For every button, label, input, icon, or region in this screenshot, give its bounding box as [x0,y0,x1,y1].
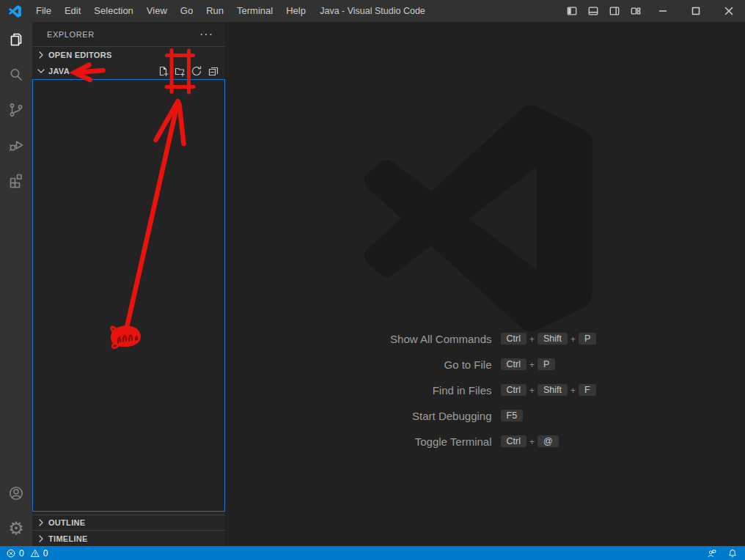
menu-edit[interactable]: Edit [58,0,87,22]
shortcut-row: Show All Commands Ctrl + Shift + P [225,331,745,347]
editor-area: Show All Commands Ctrl + Shift + P Go to… [225,22,745,546]
key-chip: Ctrl [501,384,526,397]
shortcut-row: Toggle Terminal Ctrl + @ [225,434,745,449]
layout-customize-icon[interactable] [625,0,646,22]
sidebar-title: EXPLORER [47,30,95,39]
warning-count: 0 [43,548,48,559]
plus-separator: + [529,360,535,370]
shortcut-row: Find in Files Ctrl + Shift + F [225,383,745,398]
explorer-toolbar [157,65,219,77]
section-java[interactable]: JAVA [32,63,225,79]
extensions-icon[interactable] [0,163,32,198]
bell-icon[interactable] [727,548,738,559]
chevron-right-icon [35,517,47,528]
more-actions-icon[interactable]: ··· [194,29,219,40]
refresh-icon[interactable] [191,65,202,77]
explorer-tree-empty[interactable] [32,79,225,512]
vscode-window: File Edit Selection View Go Run Terminal… [0,0,745,560]
shortcut-label: Toggle Terminal [294,435,492,448]
keyboard-shortcut-hints: Show All Commands Ctrl + Shift + P Go to… [225,331,745,460]
titlebar: File Edit Selection View Go Run Terminal… [0,0,745,22]
section-outline[interactable]: OUTLINE [32,515,225,530]
section-timeline-label: TIMELINE [48,534,88,543]
layout-panel-icon[interactable] [582,0,603,22]
activity-bar-bottom: ⚙ [0,476,32,546]
accounts-icon[interactable] [0,476,32,511]
minimize-icon[interactable] [646,0,679,22]
error-count: 0 [19,548,24,559]
problems-status[interactable]: 0 0 [6,548,48,559]
collapse-folders-icon[interactable] [208,65,219,77]
window-controls [561,0,745,22]
plus-separator: + [570,386,576,396]
shortcut-keys: Ctrl + @ [501,435,677,448]
key-chip: Shift [537,333,568,345]
menu-terminal[interactable]: Terminal [230,0,279,22]
menu-file[interactable]: File [29,0,58,22]
status-bar: 0 0 [0,546,745,560]
window-title: Java - Visual Studio Code [320,6,425,16]
search-icon[interactable] [0,57,32,92]
layout-sidebar-left-icon[interactable] [561,0,582,22]
key-chip: @ [537,435,559,448]
section-timeline[interactable]: TIMELINE [32,530,225,546]
menu-help[interactable]: Help [279,0,312,22]
plus-separator: + [529,334,535,345]
shortcut-label: Go to File [294,358,492,371]
shortcut-row: Start Debugging F5 [225,408,745,424]
settings-gear-icon[interactable]: ⚙ [0,511,32,546]
errors-icon [6,548,16,559]
new-folder-icon[interactable] [174,65,186,77]
chevron-down-icon [35,65,47,77]
shortcut-keys: F5 [501,410,677,422]
menu-go[interactable]: Go [174,0,199,22]
new-file-icon[interactable] [157,65,169,77]
key-chip: Ctrl [501,435,526,448]
shortcut-keys: Ctrl + P [501,358,677,371]
vscode-watermark-logo [363,103,595,334]
shortcut-keys: Ctrl + Shift + P [501,333,677,345]
chevron-right-icon [35,49,47,61]
shortcut-label: Start Debugging [294,410,492,422]
key-chip: P [537,358,555,371]
explorer-sidebar: EXPLORER ··· OPEN EDITORS JAVA [32,22,225,546]
menu-view[interactable]: View [140,0,174,22]
menu-selection[interactable]: Selection [87,0,139,22]
feedback-icon[interactable] [707,548,717,559]
key-chip: F [579,384,596,397]
plus-separator: + [529,386,535,396]
section-open-editors[interactable]: OPEN EDITORS [32,46,225,63]
menu-run[interactable]: Run [199,0,230,22]
key-chip: P [579,333,596,345]
shortcut-row: Go to File Ctrl + P [225,357,745,372]
shortcut-label: Show All Commands [294,333,492,345]
chevron-right-icon [35,533,47,545]
run-and-debug-icon[interactable] [0,128,32,163]
section-java-label: JAVA [48,67,70,75]
vscode-logo [9,5,21,18]
status-bar-right [707,548,738,559]
plus-separator: + [570,334,576,345]
explorer-icon[interactable] [0,22,32,57]
section-outline-label: OUTLINE [48,518,85,527]
sidebar-title-row: EXPLORER ··· [32,22,225,46]
warnings-icon [30,548,40,559]
section-open-editors-label: OPEN EDITORS [48,51,112,59]
shortcut-keys: Ctrl + Shift + F [501,384,677,397]
plus-separator: + [529,437,535,447]
key-chip: Shift [537,384,568,397]
maximize-icon[interactable] [679,0,712,22]
key-chip: Ctrl [501,358,526,371]
key-chip: Ctrl [501,333,526,345]
shortcut-label: Find in Files [294,384,492,397]
key-chip: F5 [501,410,524,422]
source-control-icon[interactable] [0,92,32,128]
close-icon[interactable] [712,0,745,22]
activity-bar: ⚙ [0,22,32,546]
layout-sidebar-right-icon[interactable] [603,0,625,22]
